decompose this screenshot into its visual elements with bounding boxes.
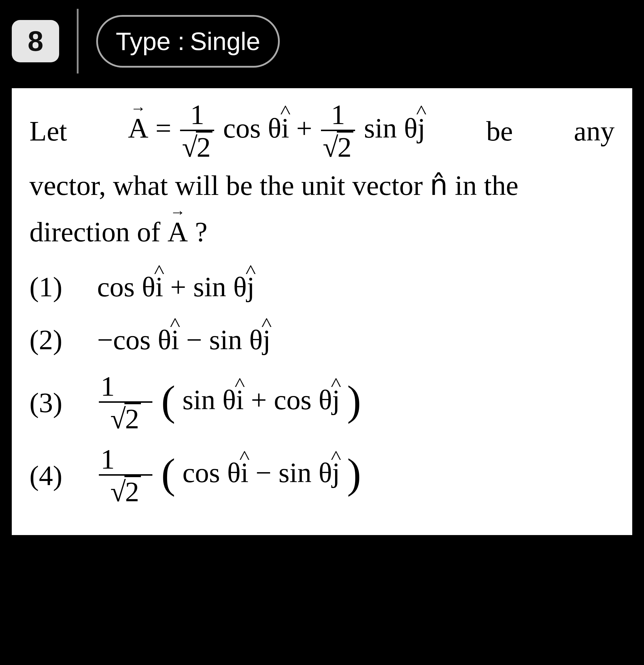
- j-hat: j: [418, 105, 425, 151]
- fraction-denominator: √ 2: [180, 131, 214, 162]
- j-hat: j: [263, 319, 271, 361]
- option-expression: 1 √ 2 ( sin θi + cos θj ): [97, 372, 361, 434]
- i-hat: i: [241, 452, 249, 494]
- fraction-numerator: 1: [188, 100, 206, 130]
- sqrt-2: √ 2: [110, 403, 141, 434]
- minus-sign: −: [256, 457, 272, 488]
- cos-label: cos: [274, 384, 312, 415]
- sin-label: sin: [209, 324, 242, 356]
- fraction-denominator: √ 2: [109, 403, 143, 434]
- theta-symbol: θ: [222, 384, 236, 415]
- radicand: 2: [125, 403, 141, 434]
- unit-vector-n-hat: n̂: [430, 170, 448, 201]
- fraction-1-over-root2: 1 √ 2: [99, 372, 152, 434]
- option-3[interactable]: (3) 1 √ 2 ( sin θi +: [30, 372, 614, 434]
- vector-A-symbol: A: [167, 209, 188, 255]
- radical-sign: √: [110, 477, 126, 507]
- cos-label: cos: [113, 324, 151, 356]
- theta-symbol: θ: [319, 457, 332, 488]
- radicand: 2: [125, 476, 141, 507]
- option-1[interactable]: (1) cos θi + sin θj: [30, 266, 614, 308]
- option-number: (3): [30, 382, 79, 424]
- minus-sign: −: [186, 324, 202, 356]
- type-label: Type :: [116, 27, 184, 56]
- i-hat: i: [155, 266, 163, 308]
- radical-sign: √: [323, 133, 338, 162]
- i-hat: i: [236, 379, 244, 421]
- question-card: Let A = 1 √ 2 cos θi: [12, 88, 632, 535]
- fraction-denominator: √ 2: [109, 476, 143, 507]
- cos-label: cos: [223, 112, 261, 144]
- stem-line-1: Let A = 1 √ 2 cos θi: [30, 100, 614, 162]
- j-hat: j: [332, 452, 340, 494]
- theta-symbol: θ: [319, 384, 332, 415]
- left-paren: (: [161, 463, 175, 484]
- radical-sign: √: [110, 404, 126, 434]
- left-paren: (: [161, 390, 175, 411]
- theta-symbol: θ: [268, 112, 281, 144]
- sin-label: sin: [364, 112, 397, 144]
- sin-label: sin: [279, 457, 312, 488]
- sqrt-2: √ 2: [110, 476, 141, 507]
- header-divider: [77, 9, 78, 74]
- options-list: (1) cos θi + sin θj (2) −cos θi − sin θj…: [30, 266, 614, 507]
- fraction-denominator: √ 2: [321, 131, 355, 162]
- i-hat: i: [171, 319, 179, 361]
- fraction-numerator: 1: [329, 100, 347, 130]
- right-paren: ): [347, 463, 361, 484]
- vector-A-symbol: A: [128, 105, 148, 151]
- fraction-1-over-root2: 1 √ 2: [180, 100, 214, 162]
- theta-symbol: θ: [142, 271, 155, 303]
- cos-label: cos: [97, 271, 135, 303]
- fraction-1-over-root2: 1 √ 2: [321, 100, 355, 162]
- radical-sign: √: [182, 133, 197, 162]
- sqrt-2: √ 2: [323, 131, 353, 162]
- plus-sign: +: [251, 384, 267, 415]
- sin-label: sin: [193, 271, 226, 303]
- fraction-1-over-root2: 1 √ 2: [99, 444, 152, 507]
- question-page: 8 Type : Single Let A = 1 √: [0, 0, 644, 558]
- theta-symbol: θ: [227, 457, 241, 488]
- i-hat: i: [281, 105, 289, 151]
- theta-symbol: θ: [404, 112, 418, 144]
- option-expression: cos θi + sin θj: [97, 266, 255, 308]
- radicand: 2: [337, 131, 353, 162]
- cos-label: cos: [182, 457, 220, 488]
- minus-sign: −: [97, 324, 113, 356]
- theta-symbol: θ: [249, 324, 263, 356]
- type-value: Single: [190, 27, 260, 56]
- j-hat: j: [332, 379, 340, 421]
- question-stem: Let A = 1 √ 2 cos θi: [30, 100, 614, 255]
- radicand: 2: [196, 131, 213, 162]
- plus-sign: +: [170, 271, 186, 303]
- theta-symbol: θ: [158, 324, 171, 356]
- theta-symbol: θ: [233, 271, 247, 303]
- stem-question-mark: ?: [188, 216, 208, 248]
- option-number: (1): [30, 266, 79, 308]
- vector-A-expression: A = 1 √ 2 cos θi +: [128, 100, 425, 162]
- fraction-numerator: 1: [99, 372, 152, 401]
- question-number-badge: 8: [12, 20, 59, 62]
- stem-word-let: Let: [30, 108, 67, 154]
- stem-text-before-n: vector, what will be the unit vector: [30, 170, 430, 201]
- option-number: (4): [30, 455, 79, 497]
- question-header: 8 Type : Single: [12, 9, 632, 74]
- sin-label: sin: [182, 384, 215, 415]
- stem-word-be: be: [486, 108, 513, 154]
- option-4[interactable]: (4) 1 √ 2 ( cos θi −: [30, 444, 614, 507]
- question-type-pill: Type : Single: [96, 15, 279, 68]
- right-paren: ): [347, 390, 361, 411]
- j-hat: j: [247, 266, 255, 308]
- sqrt-2: √ 2: [182, 131, 213, 162]
- option-expression: −cos θi − sin θj: [97, 319, 271, 361]
- plus-sign: +: [296, 112, 312, 144]
- stem-line-rest: vector, what will be the unit vector n̂ …: [30, 162, 614, 255]
- option-expression: 1 √ 2 ( cos θi − sin θj ): [97, 444, 361, 507]
- equals-sign: =: [155, 112, 171, 144]
- option-2[interactable]: (2) −cos θi − sin θj: [30, 319, 614, 361]
- fraction-numerator: 1: [99, 444, 152, 474]
- option-number: (2): [30, 319, 79, 361]
- stem-word-any: any: [574, 108, 614, 154]
